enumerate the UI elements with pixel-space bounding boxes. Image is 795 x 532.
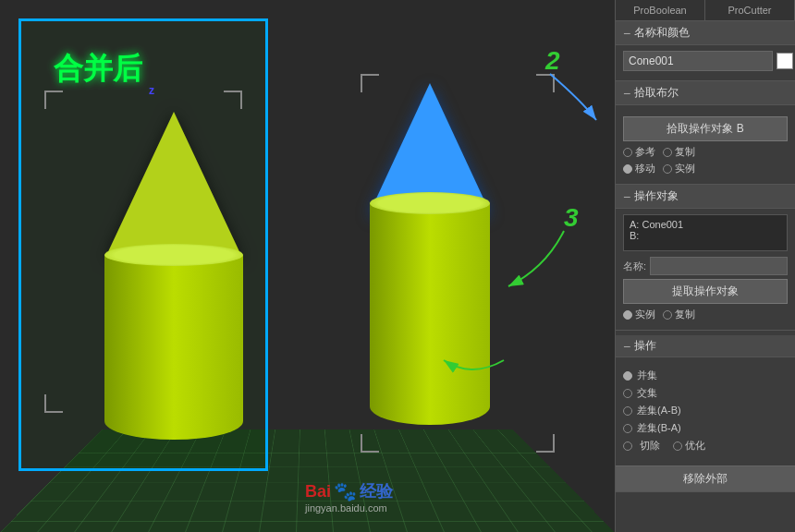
radio-label-extract-copy: 复制 xyxy=(675,308,695,321)
main-container: 合并后 z 2 3 xyxy=(0,0,795,532)
pick-boolean-section: − 拾取布尔 拾取操作对象 B 参考 复制 xyxy=(616,81,795,185)
radio-copy[interactable]: 复制 xyxy=(663,145,695,159)
radio-circle-extract-copy xyxy=(663,310,672,320)
minus-icon-3: − xyxy=(623,190,630,203)
watermark: Bai 🐾 经验 jingyan.baidu.com xyxy=(305,480,393,514)
radio-circle-instance xyxy=(663,164,672,174)
op-subtract-ba[interactable]: 差集(B-A) xyxy=(623,421,788,435)
name-color-content xyxy=(616,45,795,80)
radio-row-2: 移动 实例 xyxy=(623,162,788,175)
radio-move[interactable]: 移动 xyxy=(623,162,655,175)
radio-row-1: 参考 复制 xyxy=(623,145,788,159)
radio-label-instance: 实例 xyxy=(675,162,695,175)
radio-extract-copy[interactable]: 复制 xyxy=(663,308,695,321)
left-3d-object xyxy=(58,77,289,474)
right-panel: ProBoolean ProCutter − 名称和颜色 − 拾取布尔 xyxy=(615,0,795,532)
operand-a: A: Cone001 xyxy=(630,219,781,230)
name-row xyxy=(623,51,788,71)
right-object xyxy=(370,83,490,425)
remove-exterior-button[interactable]: 移除外部 xyxy=(616,466,795,491)
name-color-header: − 名称和颜色 xyxy=(616,21,795,45)
op-subtract-ab[interactable]: 差集(A-B) xyxy=(623,404,788,417)
merge-label: 合并后 xyxy=(54,49,142,90)
radio-label-ref: 参考 xyxy=(635,145,655,159)
op-radio-optimize xyxy=(673,441,682,451)
rbracket-br xyxy=(536,434,555,453)
radio-circle-extract-inst xyxy=(623,310,632,320)
tab-proboolean[interactable]: ProBoolean xyxy=(616,0,705,20)
minus-icon-4: − xyxy=(623,340,630,353)
baidu-text-bai: Bai xyxy=(305,482,331,502)
pick-operand-b-button[interactable]: 拾取操作对象 B xyxy=(623,116,788,141)
radio-extract-instance[interactable]: 实例 xyxy=(623,308,655,321)
baidu-logo: Bai 🐾 经验 xyxy=(305,480,393,502)
op-radio-subtract-ba xyxy=(623,424,632,433)
op-label-intersect: 交集 xyxy=(637,386,657,400)
op-label-subtract-ba: 差集(B-A) xyxy=(637,421,681,435)
watermark-url: jingyan.baidu.com xyxy=(305,502,393,514)
right-scene xyxy=(305,46,582,490)
cylinder-left xyxy=(104,255,243,440)
op-label-union: 并集 xyxy=(637,369,657,382)
extract-radio-row: 实例 复制 xyxy=(623,308,788,321)
rbracket-tr xyxy=(536,74,555,92)
viewport-area: 合并后 z 2 3 xyxy=(0,0,615,532)
op-cut-optimize[interactable]: 切除 优化 xyxy=(623,439,788,453)
operations-header: − 操作 xyxy=(616,335,795,357)
operand-b: B: xyxy=(630,230,781,241)
radio-instance[interactable]: 实例 xyxy=(663,162,695,175)
minus-icon-2: − xyxy=(623,87,630,100)
op-radio-cut xyxy=(623,441,632,451)
operand-name-input[interactable] xyxy=(650,257,788,275)
color-swatch[interactable] xyxy=(777,53,793,69)
panel-tabs: ProBoolean ProCutter xyxy=(616,0,795,21)
op-radio-intersect xyxy=(623,389,632,398)
radio-reference[interactable]: 参考 xyxy=(623,145,655,159)
annotation-3: 3 xyxy=(564,203,579,233)
object-name-input[interactable] xyxy=(623,51,773,71)
cone-left xyxy=(104,112,243,260)
pick-boolean-label: 拾取布尔 xyxy=(634,85,679,101)
cylinder-right xyxy=(370,203,490,425)
rbracket-bl xyxy=(361,434,379,453)
name-label-row: 名称: xyxy=(623,257,788,275)
pick-boolean-header: − 拾取布尔 xyxy=(616,81,795,105)
operands-content: A: Cone001 B: 名称: 提取操作对象 实例 复制 xyxy=(616,209,795,330)
minus-icon-1: − xyxy=(623,27,630,40)
name-color-label: 名称和颜色 xyxy=(634,25,690,41)
name-color-section: − 名称和颜色 xyxy=(616,21,795,81)
operands-list: A: Cone001 B: xyxy=(623,214,788,251)
operations-label: 操作 xyxy=(634,338,656,354)
baidu-text-du: 经验 xyxy=(360,480,393,502)
annotation-2: 2 xyxy=(545,46,560,76)
radio-label-move: 移动 xyxy=(635,162,655,175)
op-label-cut: 切除 xyxy=(640,439,660,453)
op-radio-subtract-ab xyxy=(623,406,632,416)
operands-header: − 操作对象 xyxy=(616,185,795,209)
operations-list: 并集 交集 差集(A-B) 差集(B-A) 切除 xyxy=(623,361,788,460)
radio-circle-copy xyxy=(663,148,672,157)
tab-procutter[interactable]: ProCutter xyxy=(705,0,795,20)
pick-boolean-content: 拾取操作对象 B 参考 复制 移动 xyxy=(616,105,795,184)
name-label-text: 名称: xyxy=(623,260,646,273)
radio-label-extract-inst: 实例 xyxy=(635,308,655,321)
op-intersect[interactable]: 交集 xyxy=(623,386,788,400)
op-label-optimize: 优化 xyxy=(685,439,705,453)
extract-operand-button[interactable]: 提取操作对象 xyxy=(623,279,788,304)
radio-label-copy: 复制 xyxy=(675,145,695,159)
operations-section: − 操作 并集 交集 差集(A-B) 差集(B-A) xyxy=(616,331,795,492)
left-object-box: 合并后 z xyxy=(18,18,268,471)
op-union[interactable]: 并集 xyxy=(623,369,788,382)
radio-circle-ref xyxy=(623,148,632,157)
op-radio-union xyxy=(623,371,632,381)
operands-section: − 操作对象 A: Cone001 B: 名称: 提取操作对象 实例 xyxy=(616,185,795,331)
operands-label: 操作对象 xyxy=(634,188,679,204)
radio-circle-move xyxy=(623,164,632,174)
baidu-paw-icon: 🐾 xyxy=(334,480,357,502)
op-label-subtract-ab: 差集(A-B) xyxy=(637,404,681,417)
